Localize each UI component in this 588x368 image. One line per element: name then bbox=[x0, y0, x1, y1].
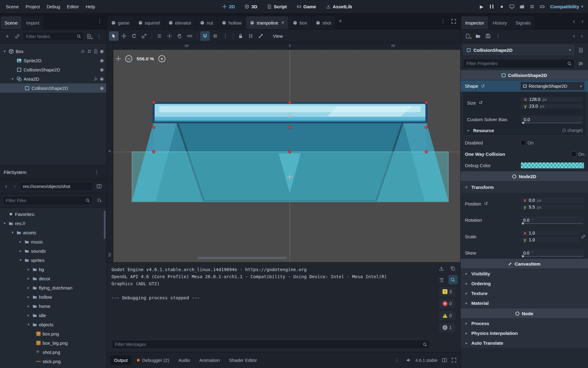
visibility-eye-icon[interactable]: ◉ bbox=[100, 48, 104, 54]
message-count-badge[interactable]: !3 bbox=[439, 287, 455, 296]
current-path-input[interactable] bbox=[20, 182, 93, 191]
group-visibility[interactable]: ▸Visibility bbox=[461, 269, 588, 279]
property-custom-solver-bias[interactable]: Custom Solver Bias 0.0 bbox=[463, 114, 586, 125]
fs-row[interactable]: ▸decor bbox=[0, 274, 106, 283]
scale-tool-button[interactable] bbox=[139, 31, 149, 41]
size-y-field[interactable]: y23.0px bbox=[521, 104, 583, 109]
group-ordering[interactable]: ▸Ordering bbox=[461, 279, 588, 289]
group-transform[interactable]: ▾Transform bbox=[461, 182, 588, 193]
fs-row[interactable]: ▸flying_dutchman bbox=[0, 283, 106, 292]
selection-handle[interactable] bbox=[425, 101, 428, 104]
chevron-down-icon[interactable]: ▾ bbox=[10, 77, 15, 81]
category-node[interactable]: Node bbox=[461, 308, 588, 319]
instance-scene-button[interactable] bbox=[13, 32, 22, 41]
menu-project[interactable]: Project bbox=[22, 2, 43, 11]
custom-solver-bias-field[interactable]: 0.0 bbox=[521, 116, 583, 124]
property-size[interactable]: Size↺ x128.0px y23.0px bbox=[463, 92, 586, 114]
tab-scene[interactable]: Scene bbox=[1, 16, 22, 29]
one-way-collision-checkbox[interactable] bbox=[571, 151, 576, 157]
fs-row[interactable]: ▸hollow bbox=[0, 292, 106, 301]
selection-handle[interactable] bbox=[425, 150, 428, 153]
script-icon[interactable] bbox=[93, 49, 98, 54]
scene-tab[interactable]: hollow bbox=[218, 16, 246, 29]
property-tools-button[interactable] bbox=[576, 59, 586, 68]
scrollbar-thumb[interactable] bbox=[104, 211, 106, 239]
expand-panel-icon[interactable] bbox=[451, 358, 457, 363]
category-node2d[interactable]: Node2D bbox=[461, 171, 588, 182]
fs-row[interactable]: ▾res:// bbox=[0, 219, 106, 228]
debug-color-swatch[interactable] bbox=[521, 162, 585, 169]
property-skew[interactable]: Skew 0.0° bbox=[461, 247, 588, 259]
size-x-field[interactable]: x128.0px bbox=[521, 97, 583, 102]
fs-favorites-row[interactable]: ★Favorites: bbox=[0, 209, 106, 219]
selection-handle[interactable] bbox=[288, 101, 291, 104]
toggle-split-mode-button[interactable] bbox=[94, 182, 104, 191]
visibility-eye-icon[interactable]: ◉ bbox=[100, 58, 104, 63]
scale-y-field[interactable]: y1.0 bbox=[521, 237, 580, 242]
new-resource-button[interactable]: + bbox=[463, 31, 473, 41]
property-scale[interactable]: Scale x1.0 y1.0 bbox=[461, 226, 588, 247]
pause-button[interactable] bbox=[487, 2, 496, 11]
position-x-field[interactable]: x0.0px bbox=[521, 198, 585, 203]
fs-file-row[interactable]: box.png bbox=[0, 329, 106, 338]
viewport-canvas[interactable]: -50 0 50 0 50 bbox=[107, 43, 460, 262]
chevron-down-icon[interactable]: ▾ bbox=[2, 221, 7, 225]
bottom-tab-shader-editor[interactable]: Shader Editor bbox=[225, 355, 261, 365]
stop-button[interactable]: ■ bbox=[497, 2, 506, 11]
visibility-eye-icon[interactable]: ◉ bbox=[100, 67, 104, 72]
remote-debug-button[interactable] bbox=[507, 2, 516, 11]
revert-icon[interactable]: ↺ bbox=[481, 83, 485, 89]
tab-history[interactable]: History bbox=[489, 16, 511, 29]
fs-row[interactable]: ▸bg bbox=[0, 265, 106, 274]
scene-tab[interactable]: game bbox=[107, 16, 134, 29]
distraction-free-button[interactable] bbox=[449, 17, 458, 26]
load-resource-button[interactable] bbox=[473, 31, 483, 41]
position-y-field[interactable]: y5.5px bbox=[521, 205, 585, 209]
revert-icon[interactable]: ↺ bbox=[484, 201, 488, 206]
snap-options-button[interactable]: ⋮ bbox=[221, 31, 230, 41]
resource-options-button[interactable]: ⋮ bbox=[493, 31, 503, 41]
chevron-right-icon[interactable]: ▸ bbox=[26, 313, 31, 317]
chevron-down-icon[interactable]: ▾ bbox=[10, 230, 15, 235]
workspace-game-button[interactable]: Game bbox=[293, 2, 320, 11]
workspace-2d-button[interactable]: 2D bbox=[219, 2, 239, 11]
grid-button[interactable] bbox=[527, 2, 537, 11]
revert-icon[interactable]: ↺ bbox=[479, 100, 483, 105]
tab-import[interactable]: Import bbox=[22, 16, 43, 29]
fs-row[interactable]: ▸home bbox=[0, 301, 106, 311]
chevron-down-icon[interactable]: ▾ bbox=[18, 258, 23, 262]
new-scene-tab-button[interactable]: + bbox=[336, 17, 345, 26]
warning-count-badge[interactable]: !0 bbox=[439, 311, 455, 320]
workspace-assetlib-button[interactable]: AssetLib bbox=[322, 2, 356, 11]
group-physics-interpolation[interactable]: ▸Physics Interpolation bbox=[461, 328, 588, 338]
fs-row[interactable]: ▾objects bbox=[0, 320, 106, 329]
play-button[interactable]: ▶ bbox=[477, 2, 486, 11]
group-material[interactable]: ▸Material bbox=[461, 298, 588, 308]
fs-row[interactable]: ▸music bbox=[0, 237, 106, 246]
tab-inspector[interactable]: Inspector bbox=[461, 16, 488, 29]
link-scale-icon[interactable] bbox=[581, 234, 586, 239]
fs-file-row[interactable]: box_big.png bbox=[0, 338, 106, 347]
chevron-down-icon[interactable]: ▾ bbox=[2, 49, 7, 53]
anchor-gizmo-icon[interactable] bbox=[287, 174, 292, 180]
play-custom-button[interactable] bbox=[537, 2, 547, 11]
pan-tool-button[interactable] bbox=[175, 31, 184, 41]
property-debug-color[interactable]: Debug Color bbox=[461, 160, 588, 171]
property-disabled[interactable]: Disabled On bbox=[461, 137, 588, 148]
smart-snap-button[interactable] bbox=[200, 31, 210, 41]
signal-icon[interactable] bbox=[81, 49, 85, 54]
bottom-tab-animation[interactable]: Animation bbox=[196, 355, 224, 365]
filter-properties-input[interactable] bbox=[463, 59, 574, 68]
menu-scene[interactable]: Scene bbox=[2, 2, 22, 11]
filter-messages-input[interactable] bbox=[111, 340, 430, 349]
rotation-field[interactable]: 0.0° bbox=[521, 216, 585, 224]
tree-row-selected[interactable]: CollisionShape2D ◉ bbox=[0, 83, 106, 93]
scene-tabs-menu-button[interactable]: ⋮ bbox=[438, 17, 448, 26]
center-view-icon[interactable] bbox=[116, 56, 121, 61]
selection-handle[interactable] bbox=[152, 150, 155, 153]
filesystem-options-button[interactable]: ⋮ bbox=[92, 167, 101, 177]
group-auto-translate[interactable]: ▸Auto Translate bbox=[461, 338, 588, 348]
disabled-checkbox[interactable] bbox=[521, 140, 526, 145]
chevron-right-icon[interactable]: ▸ bbox=[18, 240, 23, 244]
filter-nodes-input[interactable] bbox=[23, 32, 84, 41]
